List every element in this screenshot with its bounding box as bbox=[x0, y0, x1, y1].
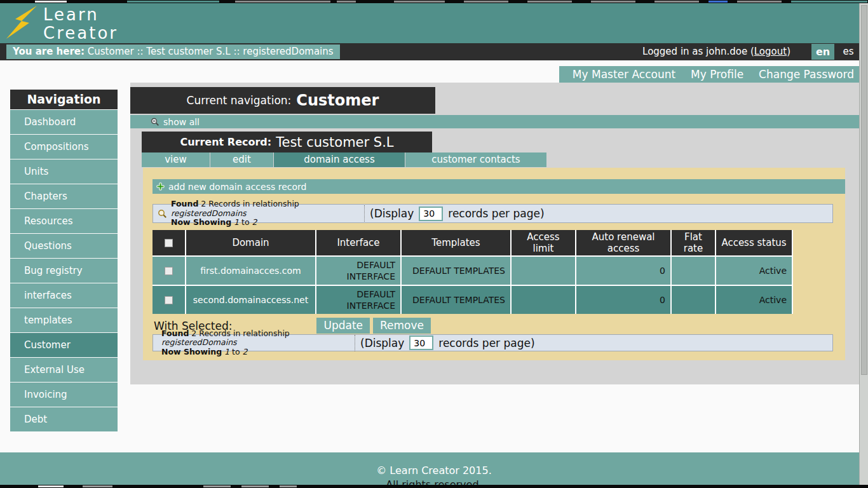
sidebar-item-resources[interactable]: Resources bbox=[10, 209, 118, 233]
logo-line1: Learn bbox=[43, 6, 118, 24]
breadcrumb-path[interactable]: Customer :: Test customer S.L :: registe… bbox=[88, 46, 334, 57]
results-divider bbox=[364, 205, 365, 222]
remove-button[interactable]: Remove bbox=[373, 318, 431, 334]
breadcrumb-bar: You are here: Customer :: Test customer … bbox=[0, 43, 868, 60]
add-domain-access-label: add new domain access record bbox=[168, 182, 306, 192]
display-per-page-group: (Display records per page) bbox=[370, 207, 545, 221]
cell-access-status: Active bbox=[716, 257, 792, 285]
current-record-label: Current Record: bbox=[180, 136, 271, 148]
row-checkbox[interactable] bbox=[165, 296, 173, 304]
tab-customer-contacts[interactable]: customer contacts bbox=[405, 152, 546, 167]
header-select-all bbox=[153, 230, 185, 255]
sidebar-item-invoicing[interactable]: Invoicing bbox=[10, 383, 118, 407]
results-bar-top: Found 2 Records in relationship register… bbox=[153, 204, 833, 223]
cell-interface: DEFAULT INTERFACE bbox=[316, 257, 400, 285]
scrollbar-thumb[interactable] bbox=[861, 5, 867, 375]
logout-link[interactable]: Logout bbox=[754, 46, 787, 57]
current-record-value: Test customer S.L bbox=[276, 135, 393, 150]
sidebar-item-units[interactable]: Units bbox=[10, 159, 118, 184]
row-checkbox-cell bbox=[153, 286, 185, 314]
account-menu: My Master Account My Profile Change Pass… bbox=[559, 66, 859, 83]
row-checkbox-cell bbox=[153, 257, 185, 285]
menu-item-change-password[interactable]: Change Password bbox=[759, 68, 854, 81]
menu-item-my-master-account[interactable]: My Master Account bbox=[573, 68, 675, 81]
cell-domain: second.domainaccess.net bbox=[186, 286, 315, 314]
cell-domain: first.domainacces.com bbox=[186, 257, 315, 285]
breadcrumb-prefix: You are here: bbox=[13, 46, 85, 57]
menu-item-my-profile[interactable]: My Profile bbox=[691, 68, 743, 81]
cell-flat-rate bbox=[672, 257, 715, 285]
select-all-checkbox[interactable] bbox=[165, 239, 173, 247]
logo-line2: Creator bbox=[43, 24, 118, 43]
cell-templates: DEFAULT TEMPLATES bbox=[402, 286, 510, 314]
showing-connector: to bbox=[232, 347, 240, 356]
showing-start: 1 bbox=[234, 217, 239, 227]
records-per-page-input[interactable] bbox=[419, 207, 443, 221]
cell-access-limit bbox=[512, 257, 575, 285]
sidebar-item-compositions[interactable]: Compositions bbox=[10, 135, 118, 159]
domain-access-table: Domain Interface Templates Access limit … bbox=[153, 230, 793, 314]
add-domain-access-link[interactable]: add new domain access record bbox=[153, 179, 845, 194]
results-summary: Found 2 Records in relationship register… bbox=[161, 329, 352, 356]
sidebar-item-chapters[interactable]: Chapters bbox=[10, 184, 118, 208]
add-plus-icon bbox=[156, 182, 165, 191]
chrome-segment bbox=[38, 485, 64, 487]
current-navigation-value: Customer bbox=[296, 92, 379, 109]
app-header: Learn Creator bbox=[0, 3, 868, 43]
chrome-segment bbox=[241, 485, 269, 487]
logo-text: Learn Creator bbox=[43, 6, 118, 43]
cell-access-status: Active bbox=[716, 286, 792, 314]
domain-access-panel: add new domain access record Found 2 Rec… bbox=[143, 168, 845, 360]
chrome-segment bbox=[709, 1, 728, 3]
header-access-status: Access status bbox=[716, 230, 792, 255]
chrome-segment bbox=[394, 1, 445, 3]
tab-view[interactable]: view bbox=[142, 152, 210, 167]
sidebar-item-dashboard[interactable]: Dashboard bbox=[10, 110, 118, 134]
vertical-scrollbar[interactable] bbox=[859, 3, 868, 485]
sidebar-item-questions[interactable]: Questions bbox=[10, 234, 118, 258]
display-prefix: (Display bbox=[360, 337, 404, 349]
records-per-page-input[interactable] bbox=[409, 336, 433, 350]
sidebar-item-interfaces[interactable]: interfaces bbox=[10, 283, 118, 308]
results-summary: Found 2 Records in relationship register… bbox=[171, 200, 362, 227]
cell-access-limit bbox=[512, 286, 575, 314]
found-label: Found bbox=[171, 199, 198, 208]
language-en-toggle[interactable]: en bbox=[811, 44, 834, 60]
show-all-label: show all bbox=[163, 117, 200, 127]
footer-copyright: © Learn Creator 2015. bbox=[0, 464, 868, 477]
show-all-link[interactable]: show all bbox=[130, 115, 860, 128]
found-label: Found bbox=[161, 329, 189, 338]
chrome-segment bbox=[35, 1, 67, 3]
results-divider bbox=[355, 335, 355, 351]
relationship-name: registeredDomains bbox=[171, 208, 247, 218]
chrome-segment bbox=[235, 1, 330, 3]
logged-in-text-suffix: ) bbox=[787, 46, 790, 57]
chrome-segment bbox=[591, 1, 635, 3]
lightning-bolt-icon bbox=[5, 4, 38, 40]
showing-connector: to bbox=[241, 217, 250, 227]
chrome-segment bbox=[737, 1, 782, 3]
showing-end: 2 bbox=[252, 217, 257, 227]
sidebar-item-external-use[interactable]: External Use bbox=[10, 358, 118, 382]
display-suffix: records per page) bbox=[448, 207, 544, 220]
search-icon bbox=[158, 209, 167, 219]
row-checkbox[interactable] bbox=[165, 267, 173, 275]
sidebar-item-templates[interactable]: templates bbox=[10, 308, 118, 332]
sidebar-item-customer[interactable]: Customer bbox=[10, 333, 118, 357]
tab-domain-access[interactable]: domain access bbox=[274, 152, 405, 167]
chrome-segment bbox=[280, 485, 297, 487]
logo-link[interactable]: Learn Creator bbox=[5, 4, 118, 43]
language-es-toggle[interactable]: es bbox=[841, 44, 856, 60]
sidebar-item-debt[interactable]: Debt bbox=[10, 407, 118, 431]
top-chrome-strip bbox=[0, 0, 868, 3]
chrome-segment bbox=[791, 1, 867, 3]
current-navigation-label: Current navigation: bbox=[187, 94, 292, 107]
sidebar-item-bug-registry[interactable]: Bug registry bbox=[10, 259, 118, 283]
chrome-segment bbox=[83, 485, 112, 487]
page-footer: © Learn Creator 2015. All rights reserve… bbox=[0, 452, 868, 488]
tab-edit[interactable]: edit bbox=[210, 152, 273, 167]
showing-end: 2 bbox=[243, 347, 248, 356]
chrome-segment bbox=[203, 485, 231, 487]
chrome-segment bbox=[337, 1, 356, 3]
header-auto-renewal-access: Auto renewal access bbox=[576, 230, 670, 255]
